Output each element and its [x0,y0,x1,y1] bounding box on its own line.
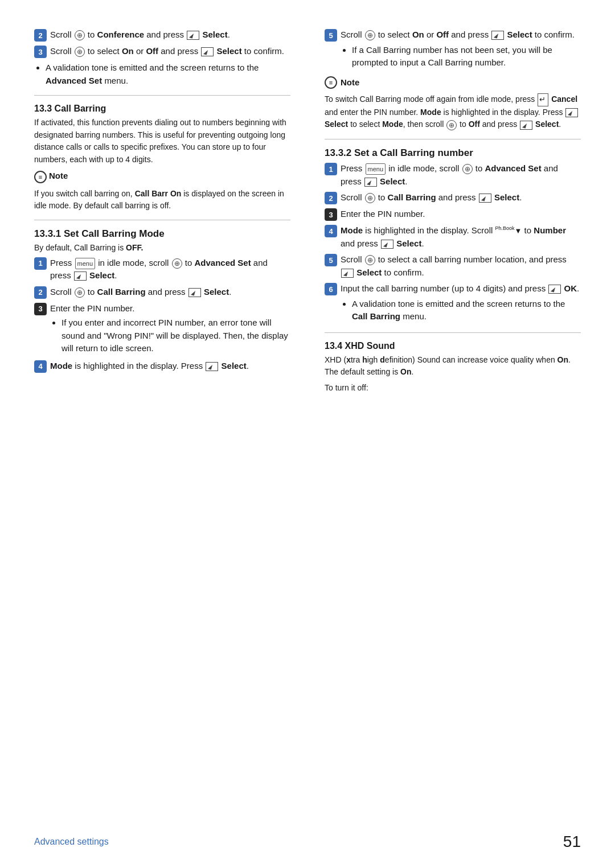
step-num-3: 3 [34,46,47,58]
pin-bullet: If you enter and incorrect PIN number, a… [62,316,290,355]
select-icon-3 [201,47,214,56]
step-2-13-3-1: 2 Scroll to Call Barring and press Selec… [34,286,290,299]
right-column: 5 Scroll to select On or Off and press S… [319,28,581,392]
step-5-right: 5 Scroll to select On or Off and press S… [325,28,581,71]
left-column: 2 Scroll to Conference and press Select.… [34,28,296,392]
section-13-4-text: XHD (xtra high definition) Sound can inc… [325,354,581,379]
scroll-icon-5r2 [365,255,375,265]
footer: Advanced settings 51 [34,833,581,851]
step-3-13-3-2: 3 Enter the PIN number. [325,208,581,221]
scroll-icon [75,30,85,40]
bullet-validation-left: A validation tone is emitted and the scr… [46,61,290,87]
menu-icon-1r: menu [366,163,386,175]
section-13-3-intro: If activated, this function prevents dia… [34,117,290,166]
section-13-3-title: 13.3 Call Barring [34,104,290,114]
conference-bold: Conference [97,30,145,39]
step-num-3r: 3 [325,208,337,221]
footer-right: 51 [563,833,581,851]
select-icon-1r [364,178,377,187]
scroll-icon-5r [365,30,375,40]
step-num-2: 2 [34,29,47,42]
note-icon-1 [34,171,47,183]
step-num-5r: 5 [325,29,337,42]
cancel-icon: ↵ [538,93,548,106]
barring-bullet: If a Call Barring number has not been se… [352,44,581,69]
footer-left: Advanced settings [34,837,109,847]
select-icon-1a [74,271,87,281]
select-icon-2r [479,194,491,203]
step-num-5r2: 5 [325,254,337,266]
select-label-2: Select [202,30,227,39]
phbook-sup: Ph.Book [495,225,515,231]
scroll-icon-1a [172,258,182,269]
note-1-text: If you switch call barring on, Call Barr… [34,188,290,212]
select-icon-4a [206,362,218,371]
divider-right-1 [325,139,581,139]
scroll-text: Scroll [50,30,72,39]
step-num-6r: 6 [325,283,337,295]
divider-right-2 [325,332,581,333]
step-1-13-3-1: 1 Press menu in idle mode, scroll to Adv… [34,257,290,282]
step-5-13-3-2: 5 Scroll to select a call barring number… [325,253,581,279]
select-icon-2a [188,288,201,297]
step-num-3a: 3 [34,303,47,315]
section-13-4-title: 13.4 XHD Sound [325,341,581,351]
turn-off-text: To turn it off: [325,383,581,392]
step-num-2r: 2 [325,192,337,204]
validation-bullet-right: A validation tone is emitted and the scr… [352,298,581,323]
default-off-text: By default, Call Barring is OFF. [34,243,290,252]
note-1: Note [34,171,290,183]
note-icon-2 [325,76,337,89]
note-2-text: To switch Call Barring mode off again fr… [325,93,581,131]
step-6-13-3-2: 6 Input the call barring number (up to 4… [325,282,581,324]
note-label-1: Note [49,171,68,180]
divider-2 [34,220,290,220]
step-num-4r: 4 [325,225,337,237]
scroll-icon-note [446,120,457,130]
step-4-13-3-1: 4 Mode is highlighted in the display. Pr… [34,360,290,373]
divider-1 [34,95,290,96]
select-icon-4r [381,240,393,249]
step-num-4a: 4 [34,360,47,373]
step-1-13-3-2: 1 Press menu in idle mode, scroll to Adv… [325,162,581,188]
step-4-13-3-2: 4 Mode is highlighted in the display. Sc… [325,224,581,250]
select-icon-2 [187,31,199,40]
step-num-2a: 2 [34,286,47,299]
select-icon-note [565,108,578,117]
step-num-1r: 1 [325,163,337,175]
section-13-3-1-title: 13.3.1 Set Call Barring Mode [34,228,290,240]
select-icon-5r2 [341,269,354,278]
scroll-icon-2r [365,193,375,203]
scroll-icon-1r [462,164,473,174]
select-icon-note2 [520,121,532,130]
step-3-onoff: 3 Scroll to select On or Off and press S… [34,45,290,58]
step-2-conference: 2 Scroll to Conference and press Select. [34,28,290,42]
step-3-13-3-1: 3 Enter the PIN number. If you enter and… [34,302,290,356]
main-content: 2 Scroll to Conference and press Select.… [34,28,581,392]
scroll-icon-3 [75,47,85,57]
menu-icon-1a: menu [75,258,96,270]
scroll-icon-2a [75,287,85,298]
select-icon-6r [548,285,561,294]
step-2-13-3-2: 2 Scroll to Call Barring and press Selec… [325,191,581,204]
select-icon-5r [491,31,504,40]
step-num-1a: 1 [34,257,47,270]
section-13-3-2-title: 13.3.2 Set a Call Barring number [325,147,581,159]
page: 2 Scroll to Conference and press Select.… [0,0,615,868]
note-label-2: Note [341,77,359,87]
note-2: Note [325,76,581,89]
